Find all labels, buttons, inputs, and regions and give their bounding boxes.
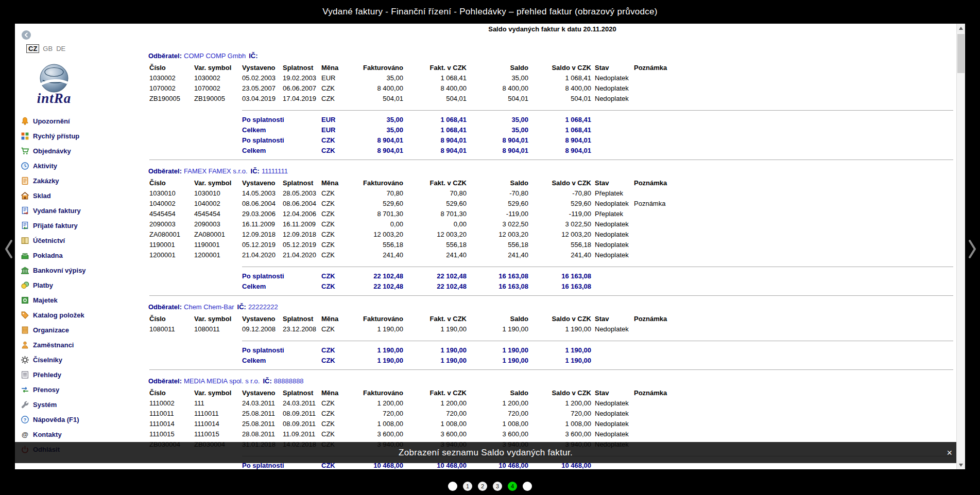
cell: 3 600,00 <box>467 429 528 439</box>
cell: 241,40 <box>467 250 528 260</box>
grid-icon <box>21 132 29 140</box>
language-option-gb[interactable]: GB <box>43 45 53 52</box>
pager-dot-end[interactable] <box>523 482 532 491</box>
cell: EUR <box>321 115 347 125</box>
sidebar-item-bankovni-vypisy[interactable]: Bankovní výpisy <box>15 263 148 278</box>
pager-dot-3[interactable]: 3 <box>493 482 502 491</box>
column-header: Číslo <box>149 178 194 188</box>
cell: 1 200,00 <box>467 398 528 409</box>
pager-dot-2[interactable]: 2 <box>478 482 487 491</box>
sidebar-item-objednavky[interactable]: Objednávky <box>15 144 148 158</box>
cell: 35,00 <box>467 115 528 125</box>
customer-name-link[interactable]: Chem Chem-Bar <box>184 303 234 311</box>
sidebar-item-pokladna[interactable]: Pokladna <box>15 248 148 263</box>
pager-dot-start[interactable] <box>448 482 457 491</box>
ic-label: IČ: <box>237 303 246 311</box>
cell: 08.06.2004 <box>283 199 321 209</box>
cell: 1 190,00 <box>347 356 403 366</box>
sidebar-item-prenosy[interactable]: Přenosy <box>15 382 148 397</box>
sidebar-item-prijate-faktury[interactable]: Přijaté faktury <box>15 218 148 233</box>
ic-number-link[interactable]: 88888888 <box>274 377 304 385</box>
sidebar-item-kontakty[interactable]: @ Kontakty <box>15 427 148 442</box>
sidebar-item-ciselniky[interactable]: Číselníky <box>15 352 148 367</box>
cell: 1 068,41 <box>403 115 467 125</box>
cell <box>591 135 634 146</box>
sidebar-item-rychly-pristup[interactable]: Rychlý přístup <box>15 129 148 144</box>
cell: Nedoplatek <box>591 219 634 229</box>
sidebar-item-zamestnanci[interactable]: Zaměstnanci <box>15 338 148 352</box>
cell: 8 701,30 <box>403 209 467 219</box>
sidebar-item-majetek[interactable]: Majetek <box>15 293 148 308</box>
sidebar-item-aktivity[interactable]: Aktivity <box>15 158 148 173</box>
cell: 241,40 <box>528 250 591 260</box>
cell: ZA080001 <box>149 229 194 240</box>
customer-name-link[interactable]: COMP COMP Gmbh <box>184 52 246 60</box>
sidebar-item-zakazky[interactable]: Zakázky <box>15 173 148 188</box>
cell: 28.05.2003 <box>283 188 321 199</box>
column-header: Číslo <box>149 63 194 73</box>
back-button[interactable] <box>22 30 31 40</box>
cell: 08.09.2011 <box>283 409 321 419</box>
cell: -70,80 <box>467 188 528 199</box>
cell: 1190001 <box>194 240 242 250</box>
cell <box>634 281 711 292</box>
close-icon[interactable]: × <box>947 448 952 457</box>
cell: 05.02.2003 <box>242 73 283 83</box>
cell: 16 163,08 <box>528 271 591 281</box>
ic-number-link[interactable]: 11111111 <box>262 167 288 175</box>
cell: 1030002 <box>194 73 242 83</box>
cell: 22 102,48 <box>347 281 403 292</box>
customer-name-link[interactable]: FAMEX FAMEX s.r.o. <box>184 167 248 175</box>
cell: Celkem <box>242 125 321 135</box>
cell: 1200001 <box>194 250 242 260</box>
scroll-down-button[interactable] <box>957 461 965 469</box>
sidebar-item-platby[interactable]: Platby <box>15 278 148 293</box>
cell: 1070002 <box>149 83 194 94</box>
cell: 16 163,08 <box>528 281 591 292</box>
assets-icon <box>21 296 29 305</box>
next-slide-chevron[interactable] <box>967 239 978 259</box>
column-header: Číslo <box>149 388 194 398</box>
language-switcher: CZGBDE <box>26 44 65 53</box>
svg-text:@: @ <box>22 431 28 438</box>
scroll-up-button[interactable] <box>957 24 965 32</box>
cell <box>634 209 711 219</box>
column-header: Měna <box>321 63 347 73</box>
cell: 1 190,00 <box>528 345 591 356</box>
language-option-de[interactable]: DE <box>56 45 65 52</box>
cell: CZK <box>321 271 347 281</box>
sidebar-item-sklad[interactable]: Sklad <box>15 188 148 203</box>
cell: ZB190005 <box>194 94 242 104</box>
column-header: Saldo v CZK <box>528 388 591 398</box>
sidebar-item-organizace[interactable]: Organizace <box>15 323 148 338</box>
app-logo: intRa <box>24 63 84 107</box>
sidebar-item-system[interactable]: Systém <box>15 397 148 412</box>
cell: CZK <box>321 345 347 356</box>
cell: 1 008,00 <box>467 419 528 429</box>
cell: 11.09.2011 <box>283 429 321 439</box>
scrollbar-thumb[interactable] <box>957 34 965 73</box>
cell: 529,60 <box>403 199 467 209</box>
summary-divider <box>242 341 953 341</box>
cell: 1 068,41 <box>528 125 591 135</box>
sidebar-item-ucetnictvi[interactable]: Účetnictví <box>15 233 148 248</box>
cell: Přeplatek <box>591 209 634 219</box>
cell: 504,01 <box>467 94 528 104</box>
prev-slide-chevron[interactable] <box>3 239 14 259</box>
language-option-cz[interactable]: CZ <box>26 44 39 53</box>
vertical-scrollbar[interactable] <box>956 24 965 469</box>
sidebar-item-prehledy[interactable]: Přehledy <box>15 367 148 382</box>
sidebar-item-vydane-faktury[interactable]: Vydané faktury <box>15 203 148 218</box>
pager-dot-4[interactable]: 4 <box>508 482 517 491</box>
report-area: Saldo vydaných faktur k datu 20.11.2020 … <box>148 24 956 469</box>
pager-dot-1[interactable]: 1 <box>463 482 472 491</box>
customer-section: Odběratel:Chem Chem-BarIČ:22222222 Číslo… <box>148 302 956 370</box>
sidebar-item-napoveda-f1[interactable]: ? Nápověda (F1) <box>15 412 148 427</box>
invoice-row: 1030010103001014.05.200328.05.2003CZK70,… <box>149 188 711 199</box>
ic-number-link[interactable]: 22222222 <box>248 303 278 311</box>
customer-name-link[interactable]: MEDIA MEDIA spol. s r.o. <box>184 377 260 385</box>
sidebar-item-upozorneni[interactable]: Upozornění <box>15 114 148 129</box>
cell: 556,18 <box>347 240 403 250</box>
cell: 8 904,01 <box>403 135 467 146</box>
sidebar-item-katalog-polozek[interactable]: Katalog položek <box>15 308 148 323</box>
